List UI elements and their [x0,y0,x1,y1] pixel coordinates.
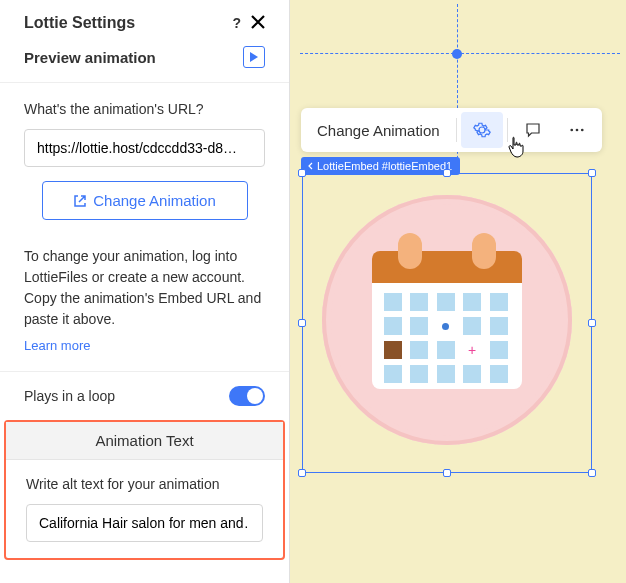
resize-handle[interactable] [443,469,451,477]
animation-text-header: Animation Text [6,422,283,460]
guide-anchor-dot [452,49,462,59]
alt-text-input[interactable] [26,504,263,542]
calendar-body: + [372,283,522,389]
animation-text-highlight: Animation Text Write alt text for your a… [4,420,285,560]
more-icon [568,121,586,139]
toolbar-change-animation[interactable]: Change Animation [305,113,452,148]
svg-point-1 [575,129,578,132]
embed-tag-label: LottieEmbed #lottieEmbed1 [317,160,452,172]
resize-handle[interactable] [298,319,306,327]
canvas-floating-toolbar: Change Animation [301,108,602,152]
alt-text-label: Write alt text for your animation [26,476,263,492]
preview-animation-row: Preview animation [0,42,289,83]
resize-handle[interactable] [588,319,596,327]
svg-point-2 [580,129,583,132]
helper-section: To change your animation, log into Lotti… [0,238,289,371]
url-section: What's the animation's URL? Change Anima… [0,83,289,238]
toolbar-settings-button[interactable] [461,112,503,148]
loop-row: Plays in a loop [0,371,289,420]
lottie-settings-panel: Lottie Settings ? Preview animation What… [0,0,290,583]
lottie-animation-preview: + [322,195,572,445]
change-animation-button[interactable]: Change Animation [42,181,248,220]
change-animation-label: Change Animation [93,192,216,209]
close-icon[interactable] [251,15,265,32]
helper-text: To change your animation, log into Lotti… [24,246,265,330]
panel-title: Lottie Settings [24,14,135,32]
calendar-illustration: + [372,251,522,389]
calendar-header [372,251,522,283]
toolbar-separator [456,118,457,142]
toolbar-separator [507,118,508,142]
learn-more-link[interactable]: Learn more [24,338,90,353]
calendar-ring [472,233,496,269]
external-link-icon [73,194,87,208]
resize-handle[interactable] [298,469,306,477]
svg-point-0 [570,129,573,132]
loop-toggle[interactable] [229,386,265,406]
gear-icon [473,121,491,139]
animation-url-input[interactable] [24,129,265,167]
resize-handle[interactable] [298,169,306,177]
play-button[interactable] [243,46,265,68]
toolbar-comment-button[interactable] [512,112,554,148]
loop-label: Plays in a loop [24,388,115,404]
alt-text-section: Write alt text for your animation [6,460,283,558]
resize-handle[interactable] [443,169,451,177]
resize-handle[interactable] [588,469,596,477]
toolbar-more-button[interactable] [556,112,598,148]
url-label: What's the animation's URL? [24,101,265,117]
chevron-left-icon [307,162,315,170]
comment-icon [524,121,542,139]
preview-label: Preview animation [24,49,156,66]
resize-handle[interactable] [588,169,596,177]
help-icon[interactable]: ? [232,15,241,31]
calendar-ring [398,233,422,269]
panel-header: Lottie Settings ? [0,0,289,42]
